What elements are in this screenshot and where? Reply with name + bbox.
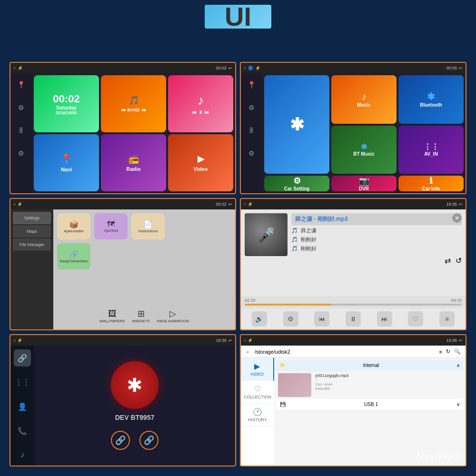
sidebar-settings[interactable]: Settings: [13, 212, 51, 224]
filemanager-body: ▶ VIDEO ♡ COLLECTION 🕐 HISTORY 📁: [241, 358, 466, 466]
tile-radio-app[interactable]: 📻 Radio: [101, 134, 166, 191]
tile-navi[interactable]: 📍 Navi: [34, 134, 99, 191]
tile-bt-music[interactable]: ✱ BT Music: [331, 126, 397, 174]
folder-label: Internal: [363, 363, 379, 368]
tab-collection[interactable]: ♡ COLLECTION: [241, 381, 274, 404]
app-easyconnection[interactable]: 🔗 EasyConnection: [57, 243, 90, 269]
refresh-icon[interactable]: ↻: [446, 348, 450, 355]
bt-grid-icon[interactable]: ⋮⋮: [14, 374, 31, 391]
close-button[interactable]: ✕: [452, 213, 462, 223]
back-arrow-icon[interactable]: ←: [246, 349, 251, 355]
page-title: UI: [225, 3, 251, 30]
tile-radio-controls[interactable]: 🎵 ⏮BAND⏭: [101, 75, 166, 132]
tile-bluetooth[interactable]: ✱: [264, 75, 329, 174]
folder-internal[interactable]: 📁 Internal ∧: [276, 360, 464, 371]
settings-icon[interactable]: ⚙: [15, 101, 28, 114]
bt-disconnect-button[interactable]: 🔗: [139, 431, 159, 450]
drawer-bottom-actions: 🖼 WALLPAPERS ⊞ WIDGETS ▷ PAGE ANIMATION: [57, 306, 231, 326]
repeat-icon[interactable]: ↺: [456, 256, 462, 265]
playlist-button[interactable]: ≡: [439, 311, 455, 327]
filter-icon[interactable]: ≡: [439, 349, 442, 355]
s5-location-icon[interactable]: 📍: [245, 78, 258, 91]
screen-home: ○ ⚡ 00:02 ↩ 📍 ⚙ 🎚 ⚙ 00:02 Saturday 2016/…: [10, 62, 236, 194]
tile-car-info[interactable]: ℹ Car Info: [398, 176, 464, 191]
video-thumbnail[interactable]: [278, 373, 311, 397]
screen-music: ○ ⚡ 19:35 ↩ 🎤 薛之谦 - 刚刚好.mp3 🎵 薛之谦: [240, 198, 466, 330]
filemanager-content: ← /storage/udisk2 ≡ ↻ 🔍 ▶ VIDEO ♡ COLLEC…: [241, 346, 466, 466]
song-title: 薛之谦 - 刚刚好.mp3: [295, 215, 348, 223]
action-wallpapers[interactable]: 🖼 WALLPAPERS: [99, 309, 125, 323]
bt-actions: 🔗 🔗: [111, 431, 159, 450]
music-info: 薛之谦 - 刚刚好.mp3 🎵 薛之谦 🎵 刚刚好 🎵 刚刚好: [291, 213, 462, 292]
filemanager-tabs: ▶ VIDEO ♡ COLLECTION 🕐 HISTORY: [241, 358, 274, 466]
heart-button[interactable]: ♡: [408, 311, 423, 327]
gear-icon[interactable]: ⚙: [15, 147, 28, 160]
drawer-main: 📦 ApkInstaller 🗺 GpsTest 📄 Instructions …: [53, 209, 235, 329]
tab-video[interactable]: ▶ VIDEO: [241, 358, 274, 381]
app-instructions[interactable]: 📄 Instructions: [131, 213, 165, 239]
song-name: 刚刚好: [301, 245, 317, 252]
s5-equalizer-icon[interactable]: 🎚: [245, 124, 258, 137]
tile-car-setting[interactable]: ⚙ Car Setting: [264, 176, 329, 191]
tile-av-in[interactable]: ⋮⋮ AV_IN: [398, 126, 464, 174]
app-menu-content: 📍 ⚙ 🎚 ⚙ ✱ ♪ Music ✱ Bluetooth: [241, 73, 466, 193]
action-page-animation[interactable]: ▷ PAGE ANIMATION: [157, 308, 189, 323]
sidebar-maps[interactable]: Maps: [13, 225, 51, 238]
folder-usb1[interactable]: 💾 USB 1 ∨: [276, 399, 464, 410]
play-pause-button[interactable]: ⏸: [346, 311, 361, 327]
screen-drawer: ○ ⚡ 00:02 ↩ Settings Maps File Manager 📦…: [10, 198, 236, 330]
bt-user-icon[interactable]: 👤: [14, 398, 31, 415]
bt-sidebar: 🔗 ⋮⋮ 👤 📞 ♪: [10, 346, 34, 466]
bt-connect-button[interactable]: 🔗: [111, 431, 130, 450]
status-bar-5: ○ 🔵 ⚡ 00:05 ↩: [241, 63, 466, 73]
equalizer-button[interactable]: ⚙: [283, 311, 298, 327]
bt-link-icon[interactable]: 🔗: [14, 349, 31, 367]
navifly-watermark: NaviFly®: [416, 451, 461, 463]
s5-settings-icon[interactable]: ⚙: [245, 101, 258, 114]
tile-bluetooth2[interactable]: ✱ Bluetooth: [398, 75, 464, 124]
bluetooth-button[interactable]: ✱: [111, 361, 159, 409]
action-widgets[interactable]: ⊞ WIDGETS: [132, 308, 149, 323]
tab-history[interactable]: 🕐 HISTORY: [241, 404, 274, 426]
home-sidebar: 📍 ⚙ 🎚 ⚙: [10, 73, 32, 193]
file-resolution: 640x366: [315, 387, 462, 391]
header: UI: [205, 5, 271, 29]
file-list: 📁 Internal ∧ y0011egqqlv.mp4 ♡ 13s / 4mi…: [274, 358, 466, 466]
tile-music-app[interactable]: ♪ Music: [331, 75, 397, 124]
tile-dvr[interactable]: 📷 DVR: [331, 176, 397, 191]
album-art: 🎤: [245, 213, 288, 256]
bt-phone-icon[interactable]: 📞: [14, 422, 31, 439]
search-icon[interactable]: 🔍: [454, 348, 461, 355]
tile-video[interactable]: ▶ Video: [168, 134, 233, 191]
tile-music[interactable]: ♪ ⏮⏸⏭: [168, 75, 233, 132]
artist-row: 🎵 薛之谦: [291, 227, 462, 234]
progress-fill: [245, 304, 331, 306]
s5-gear-icon[interactable]: ⚙: [245, 147, 258, 160]
sidebar-filemanager[interactable]: File Manager: [13, 238, 51, 251]
tile-clock[interactable]: 00:02 Saturday 2016/10/01: [34, 75, 99, 132]
shuffle-icon[interactable]: ⇄: [445, 256, 451, 265]
status-bar-2: ○ ⚡ 00:02 ↩: [10, 199, 235, 209]
screen-filemanager: ○ ⚡ 19:36 ↩ ← /storage/udisk2 ≡ ↻ 🔍 ▶ VI…: [240, 334, 466, 466]
app-row-2: 🔗 EasyConnection: [57, 243, 231, 269]
album-image: 🎤: [245, 213, 288, 256]
filemanager-topbar: ← /storage/udisk2 ≡ ↻ 🔍: [241, 346, 466, 358]
progress-times: 02:33 04:10: [245, 298, 462, 303]
bt-music-icon[interactable]: ♪: [14, 446, 31, 464]
file-preview-row: y0011egqqlv.mp4 ♡ 13s / 4min 640x366: [276, 371, 464, 399]
equalizer-icon[interactable]: 🎚: [15, 124, 28, 137]
ui-badge: UI: [205, 5, 271, 29]
status-bar-1: ○ ⚡ 00:02 ↩: [10, 63, 235, 73]
album-row: 🎵 刚刚好: [291, 236, 462, 243]
volume-button[interactable]: 🔊: [252, 311, 267, 327]
next-button[interactable]: ⏭: [377, 311, 392, 327]
bt-device-name: DEV BT9957: [115, 414, 154, 421]
app-apkinstaller[interactable]: 📦 ApkInstaller: [57, 213, 90, 239]
screens-grid: ○ ⚡ 00:02 ↩ 📍 ⚙ 🎚 ⚙ 00:02 Saturday 2016/…: [10, 62, 466, 466]
time-current: 02:33: [245, 298, 256, 303]
location-icon[interactable]: 📍: [15, 78, 28, 91]
progress-bar[interactable]: [245, 304, 462, 306]
app-row-1: 📦 ApkInstaller 🗺 GpsTest 📄 Instructions: [57, 213, 231, 239]
app-gpstest[interactable]: 🗺 GpsTest: [94, 213, 128, 239]
prev-button[interactable]: ⏮: [314, 311, 329, 327]
